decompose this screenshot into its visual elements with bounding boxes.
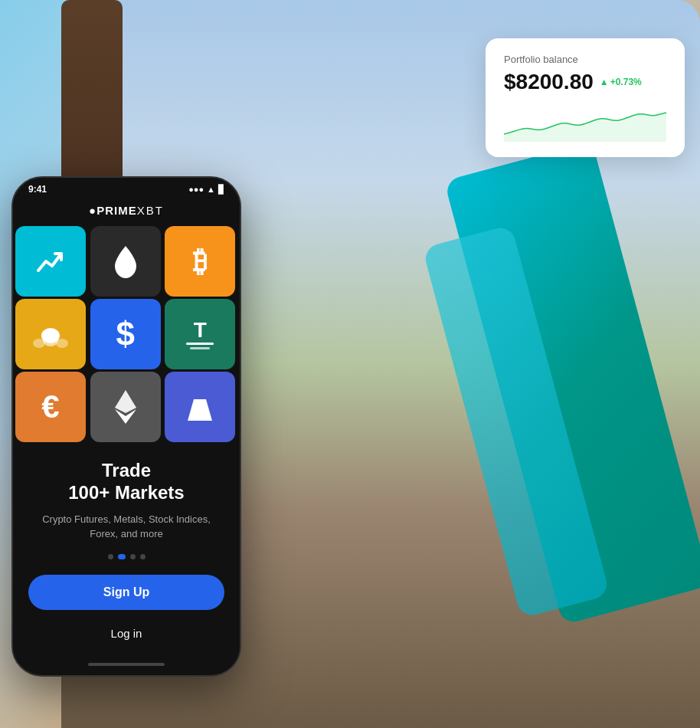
icon-euro: € bbox=[15, 372, 86, 442]
trade-content: Trade 100+ Markets Crypto Futures, Metal… bbox=[13, 444, 240, 660]
svg-point-3 bbox=[41, 328, 60, 343]
dot-3 bbox=[130, 554, 136, 559]
tether-t: T bbox=[194, 320, 207, 341]
signal-icon: ●●● bbox=[188, 185, 204, 194]
dot-2-active bbox=[118, 554, 126, 559]
tether-bar2 bbox=[190, 347, 210, 349]
app-header: ●PRIME XBT bbox=[13, 198, 240, 226]
portfolio-arrow: ▲ bbox=[600, 77, 609, 87]
portfolio-label: Portfolio balance bbox=[504, 54, 666, 65]
logo-prime: ●PRIME bbox=[89, 204, 137, 217]
icon-bitcoin: ₿ bbox=[165, 226, 235, 297]
portfolio-chart bbox=[504, 103, 666, 142]
icon-chart-up bbox=[15, 226, 86, 297]
portfolio-change: ▲ +0.73% bbox=[600, 77, 642, 87]
icon-trapezoid bbox=[165, 372, 235, 442]
phone-body: 9:41 ●●● ▲ ▊ ●PRIME XBT bbox=[11, 176, 241, 677]
logo-xbt: XBT bbox=[137, 204, 164, 217]
tether-bar bbox=[186, 343, 214, 345]
icon-ethereum bbox=[90, 372, 161, 442]
phone-mockup: 9:41 ●●● ▲ ▊ ●PRIME XBT bbox=[11, 176, 241, 677]
dollar-symbol: $ bbox=[116, 315, 134, 353]
euro-symbol: € bbox=[41, 389, 59, 425]
icon-gold bbox=[15, 299, 86, 369]
dot-4 bbox=[140, 554, 146, 559]
portfolio-value: $8200.80 ▲ +0.73% bbox=[504, 70, 666, 94]
dot-1 bbox=[108, 554, 113, 559]
wifi-icon: ▲ bbox=[207, 185, 215, 194]
trade-title-line1: Trade bbox=[28, 460, 224, 482]
svg-marker-6 bbox=[188, 399, 212, 421]
trade-title: Trade 100+ Markets bbox=[28, 460, 224, 504]
trade-title-line2: 100+ Markets bbox=[28, 482, 224, 504]
status-icons: ●●● ▲ ▊ bbox=[188, 185, 224, 195]
bitcoin-symbol: ₿ bbox=[193, 245, 208, 278]
portfolio-change-value: +0.73% bbox=[610, 77, 642, 87]
app-logo: ●PRIME XBT bbox=[89, 204, 164, 217]
icon-tether: T bbox=[165, 299, 235, 369]
status-bar: 9:41 ●●● ▲ ▊ bbox=[13, 178, 240, 198]
portfolio-amount: $8200.80 bbox=[504, 70, 594, 94]
phone-bottom bbox=[13, 660, 240, 675]
trade-subtitle: Crypto Futures, Metals, Stock Indices, F… bbox=[28, 512, 224, 542]
portfolio-card: Portfolio balance $8200.80 ▲ +0.73% bbox=[486, 38, 685, 157]
status-time: 9:41 bbox=[28, 184, 47, 195]
battery-icon: ▊ bbox=[218, 185, 224, 195]
icon-dollar: $ bbox=[90, 299, 161, 369]
signup-button[interactable]: Sign Up bbox=[28, 575, 224, 610]
market-icon-grid: ₿ $ T bbox=[13, 226, 240, 444]
icon-drop bbox=[90, 226, 161, 297]
login-button[interactable]: Log in bbox=[28, 619, 224, 648]
home-indicator bbox=[88, 663, 165, 666]
pagination-dots bbox=[28, 554, 224, 559]
svg-marker-4 bbox=[115, 390, 136, 413]
